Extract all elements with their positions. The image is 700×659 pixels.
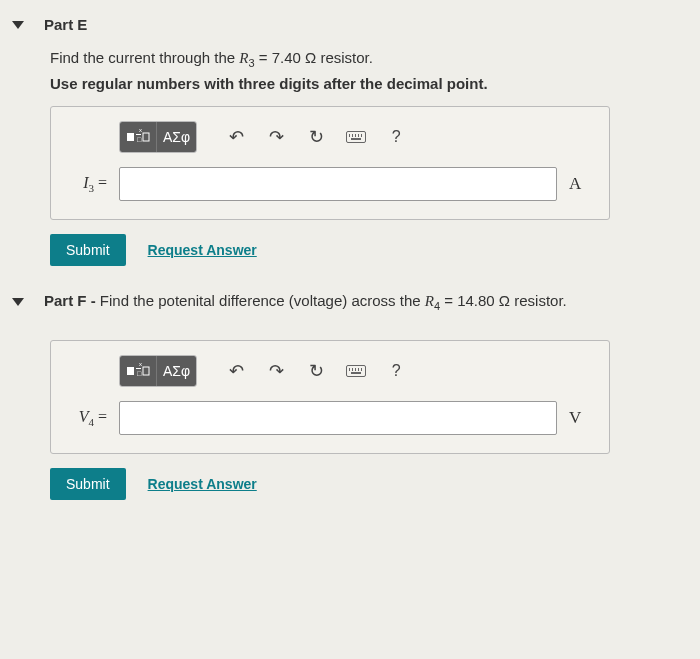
keyboard-button[interactable] [339, 356, 373, 386]
template-icon[interactable]: x□ [120, 122, 156, 152]
redo-button[interactable]: ↷ [259, 356, 293, 386]
keyboard-icon [346, 365, 366, 377]
part-e-input-row: I3 = A [67, 167, 593, 201]
reset-button[interactable]: ↻ [299, 122, 333, 152]
help-icon: ? [392, 128, 401, 146]
svg-rect-7 [136, 368, 141, 369]
part-f-input-row: V4 = V [67, 401, 593, 435]
lhs-eq: = [94, 174, 107, 191]
svg-rect-5 [127, 367, 134, 375]
undo-button[interactable]: ↶ [219, 356, 253, 386]
request-answer-link[interactable]: Request Answer [148, 476, 257, 492]
part-e-unit: A [569, 174, 593, 194]
svg-text:x: x [139, 128, 142, 133]
undo-icon: ↶ [229, 360, 244, 382]
svg-text:□: □ [137, 136, 142, 143]
part-f-answer-input[interactable] [119, 401, 557, 435]
part-e-actions: Submit Request Answer [50, 234, 700, 266]
part-f-actions: Submit Request Answer [50, 468, 700, 500]
greek-label: ΑΣφ [163, 363, 190, 379]
svg-rect-2 [136, 134, 141, 135]
request-answer-link[interactable]: Request Answer [148, 242, 257, 258]
keyboard-button[interactable] [339, 122, 373, 152]
part-f-var: R [425, 293, 434, 309]
part-e-answer-input[interactable] [119, 167, 557, 201]
part-e-title: Part E [44, 16, 87, 33]
reset-icon: ↻ [309, 360, 324, 382]
part-f-lhs: V4 = [67, 408, 107, 428]
part-e-instruction: Use regular numbers with three digits af… [50, 75, 700, 92]
template-icon[interactable]: x□ [120, 356, 156, 386]
submit-button[interactable]: Submit [50, 468, 126, 500]
undo-button[interactable]: ↶ [219, 122, 253, 152]
prompt-text-mid: = 7.40 Ω resistor. [255, 49, 373, 66]
part-f-text-pre: Find the potenital difference (voltage) … [100, 292, 425, 309]
part-e-lhs: I3 = [67, 174, 107, 194]
redo-icon: ↷ [269, 126, 284, 148]
part-f-header[interactable]: Part F - Find the potenital difference (… [0, 266, 700, 318]
format-group: x□ ΑΣφ [119, 355, 197, 387]
reset-icon: ↻ [309, 126, 324, 148]
redo-button[interactable]: ↷ [259, 122, 293, 152]
part-e-toolbar: x□ ΑΣφ ↶ ↷ ↻ ? [119, 121, 593, 153]
part-f-label: Part F - [44, 292, 100, 309]
part-f-unit: V [569, 408, 593, 428]
lhs-eq: = [94, 408, 107, 425]
greek-button[interactable]: ΑΣφ [156, 356, 196, 386]
submit-button[interactable]: Submit [50, 234, 126, 266]
reset-button[interactable]: ↻ [299, 356, 333, 386]
help-button[interactable]: ? [379, 356, 413, 386]
part-e-body: Find the current through the R3 = 7.40 Ω… [50, 49, 700, 266]
part-f-answer-box: x□ ΑΣφ ↶ ↷ ↻ ? V4 = V [50, 340, 610, 454]
undo-icon: ↶ [229, 126, 244, 148]
greek-label: ΑΣφ [163, 129, 190, 145]
part-f-text-post: = 14.80 Ω resistor. [440, 292, 567, 309]
format-group: x□ ΑΣφ [119, 121, 197, 153]
svg-rect-4 [143, 133, 149, 141]
help-button[interactable]: ? [379, 122, 413, 152]
caret-down-icon [12, 298, 24, 306]
redo-icon: ↷ [269, 360, 284, 382]
part-f-title: Part F - Find the potenital difference (… [44, 292, 567, 312]
part-f-body: x□ ΑΣφ ↶ ↷ ↻ ? V4 = V Submit Request Ans… [50, 340, 700, 500]
caret-down-icon [12, 21, 24, 29]
part-e-prompt: Find the current through the R3 = 7.40 Ω… [50, 49, 700, 69]
part-e-header[interactable]: Part E [0, 0, 700, 43]
greek-button[interactable]: ΑΣφ [156, 122, 196, 152]
help-icon: ? [392, 362, 401, 380]
svg-text:□: □ [137, 370, 142, 377]
part-f-toolbar: x□ ΑΣφ ↶ ↷ ↻ ? [119, 355, 593, 387]
lhs-var: V [79, 408, 89, 425]
part-e-answer-box: x□ ΑΣφ ↶ ↷ ↻ ? I3 = A [50, 106, 610, 220]
svg-rect-0 [127, 133, 134, 141]
svg-text:x: x [139, 362, 142, 367]
svg-rect-9 [143, 367, 149, 375]
submit-label: Submit [66, 242, 110, 258]
prompt-text-pre: Find the current through the [50, 49, 239, 66]
submit-label: Submit [66, 476, 110, 492]
keyboard-icon [346, 131, 366, 143]
